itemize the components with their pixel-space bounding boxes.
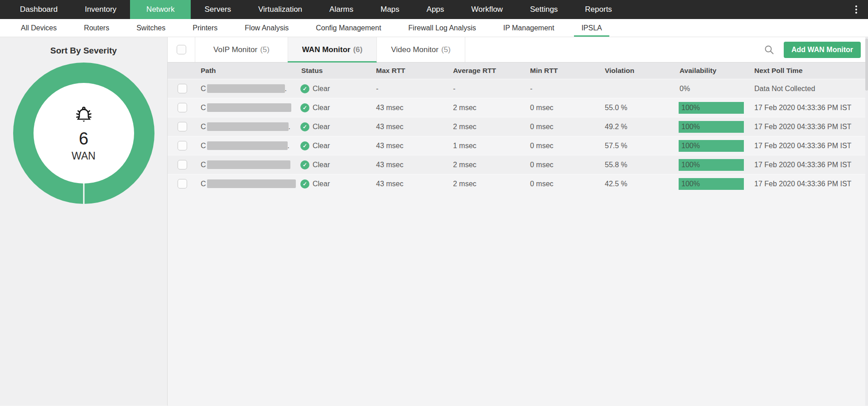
status-text: Clear <box>313 180 330 188</box>
row-checkbox[interactable] <box>178 179 187 188</box>
topnav-item-workflow[interactable]: Workflow <box>458 0 516 19</box>
subnav-item-all-devices[interactable]: All Devices <box>7 19 70 37</box>
max-rtt-cell: 43 msec <box>371 104 448 112</box>
topnav-item-alarms[interactable]: Alarms <box>316 0 367 19</box>
max-rtt-cell: - <box>371 85 448 93</box>
next-poll-cell: 17 Feb 2020 04:33:36 PM IST <box>750 142 868 150</box>
severity-donut[interactable]: 6 WAN <box>13 63 154 204</box>
min-rtt-cell: - <box>526 85 600 93</box>
row-checkbox[interactable] <box>178 84 187 93</box>
availability-bar: 100% <box>679 178 744 190</box>
tab-label: VoIP Monitor <box>213 45 257 54</box>
row-checkbox-cell <box>168 122 197 131</box>
availability-value: 100% <box>681 142 700 150</box>
table-row[interactable]: C✓Clear43 msec2 msec0 msec42.5 %100%17 F… <box>168 174 868 193</box>
topnav-item-reports[interactable]: Reports <box>571 0 626 19</box>
status-text: Clear <box>313 85 330 93</box>
status-cell: ✓Clear <box>297 160 371 169</box>
select-all-checkbox[interactable] <box>177 45 186 54</box>
availability-cell: 100% <box>675 140 750 152</box>
column-header-violation: Violation <box>600 67 675 75</box>
status-clear-icon: ✓ <box>300 122 309 131</box>
column-header-status: Status <box>297 67 371 75</box>
min-rtt-cell: 0 msec <box>526 161 600 169</box>
donut-center: 6 WAN <box>34 83 134 184</box>
next-poll-cell: 17 Feb 2020 04:33:36 PM IST <box>750 161 868 169</box>
availability-bar: 100% <box>679 121 744 133</box>
topnav-item-servers[interactable]: Servers <box>191 0 245 19</box>
avg-rtt-cell: 2 msec <box>448 161 526 169</box>
topnav-item-apps[interactable]: Apps <box>413 0 458 19</box>
tab-label: WAN Monitor <box>302 45 351 54</box>
search-icon[interactable] <box>764 44 775 55</box>
status-clear-icon: ✓ <box>300 179 309 188</box>
subnav-item-firewall-log-analysis[interactable]: Firewall Log Analysis <box>395 19 489 37</box>
add-wan-monitor-button[interactable]: Add WAN Monitor <box>784 42 861 58</box>
subnav-item-config-management[interactable]: Config Management <box>302 19 395 37</box>
table-row[interactable]: C✓Clear43 msec2 msec0 msec55.8 %100%17 F… <box>168 155 868 174</box>
subnav-item-routers[interactable]: Routers <box>70 19 123 37</box>
status-cell: ✓Clear <box>297 122 371 131</box>
status-cell: ✓Clear <box>297 84 371 93</box>
topnav-item-maps[interactable]: Maps <box>367 0 413 19</box>
status-text: Clear <box>313 104 330 112</box>
table-row[interactable]: C✓Clear43 msec2 msec0 msec55.0 %100%17 F… <box>168 98 868 117</box>
severity-count: 6 <box>79 129 88 149</box>
path-cell: C. <box>197 84 297 93</box>
availability-bar: 100% <box>679 159 744 171</box>
column-header-next-poll-time: Next Poll Time <box>750 67 868 75</box>
column-header-max-rtt: Max RTT <box>371 67 448 75</box>
table-row[interactable]: C.✓Clear---0%Data Not Collected <box>168 79 868 98</box>
topnav-item-inventory[interactable]: Inventory <box>71 0 130 19</box>
topnav-item-dashboard[interactable]: Dashboard <box>6 0 71 19</box>
topnav-item-network[interactable]: Network <box>130 0 191 19</box>
tab-count: (5) <box>260 45 270 54</box>
vertical-scrollbar[interactable] <box>865 37 868 406</box>
status-text: Clear <box>313 161 330 169</box>
table-row[interactable]: C.✓Clear43 msec1 msec0 msec57.5 %100%17 … <box>168 136 868 155</box>
tab-label: Video Monitor <box>391 45 439 54</box>
table-row[interactable]: C.✓Clear43 msec2 msec0 msec49.2 %100%17 … <box>168 117 868 136</box>
table-body: C.✓Clear---0%Data Not CollectedC✓Clear43… <box>168 79 868 193</box>
kebab-menu-icon[interactable] <box>855 5 857 14</box>
row-checkbox[interactable] <box>178 141 187 150</box>
subnav-item-switches[interactable]: Switches <box>123 19 179 37</box>
scrollbar-thumb[interactable] <box>865 39 868 91</box>
column-header-availability: Availability <box>675 67 750 75</box>
column-header-path: Path <box>197 67 297 75</box>
path-text: C <box>201 142 206 150</box>
max-rtt-cell: 43 msec <box>371 142 448 150</box>
topnav-item-settings[interactable]: Settings <box>516 0 571 19</box>
subnav-item-ip-management[interactable]: IP Management <box>490 19 568 37</box>
tab-voip-monitor[interactable]: VoIP Monitor(5) <box>195 37 288 62</box>
availability-value: 0% <box>675 85 690 92</box>
violation-cell: 42.5 % <box>600 180 675 188</box>
subnav-item-flow-analysis[interactable]: Flow Analysis <box>231 19 302 37</box>
row-checkbox-cell <box>168 103 197 112</box>
min-rtt-cell: 0 msec <box>526 180 600 188</box>
avg-rtt-cell: 2 msec <box>448 104 526 112</box>
row-checkbox[interactable] <box>178 122 187 131</box>
sub-navbar: All DevicesRoutersSwitchesPrintersFlow A… <box>0 19 868 37</box>
topnav-item-virtualization[interactable]: Virtualization <box>245 0 316 19</box>
tab-video-monitor[interactable]: Video Monitor(5) <box>376 37 465 62</box>
tab-count: (6) <box>353 45 362 54</box>
subnav-item-printers[interactable]: Printers <box>179 19 231 37</box>
donut-segment-divider <box>83 183 84 204</box>
severity-sidebar: Sort By Severity 6 WAN <box>0 37 168 406</box>
row-checkbox-cell <box>168 141 197 150</box>
tab-wan-monitor[interactable]: WAN Monitor(6) <box>288 37 376 62</box>
row-checkbox-cell <box>168 179 197 188</box>
alarm-bell-icon <box>72 104 96 128</box>
max-rtt-cell: 43 msec <box>371 180 448 188</box>
next-poll-cell: Data Not Collected <box>750 85 868 93</box>
availability-cell: 100% <box>675 102 750 114</box>
subnav-item-ipsla[interactable]: IPSLA <box>568 19 615 37</box>
path-text: C <box>201 104 206 112</box>
availability-bar: 100% <box>679 140 744 152</box>
redacted-path-block <box>207 122 289 131</box>
row-checkbox[interactable] <box>178 103 187 112</box>
row-checkbox[interactable] <box>178 160 187 169</box>
next-poll-cell: 17 Feb 2020 04:33:36 PM IST <box>750 123 868 131</box>
min-rtt-cell: 0 msec <box>526 123 600 131</box>
